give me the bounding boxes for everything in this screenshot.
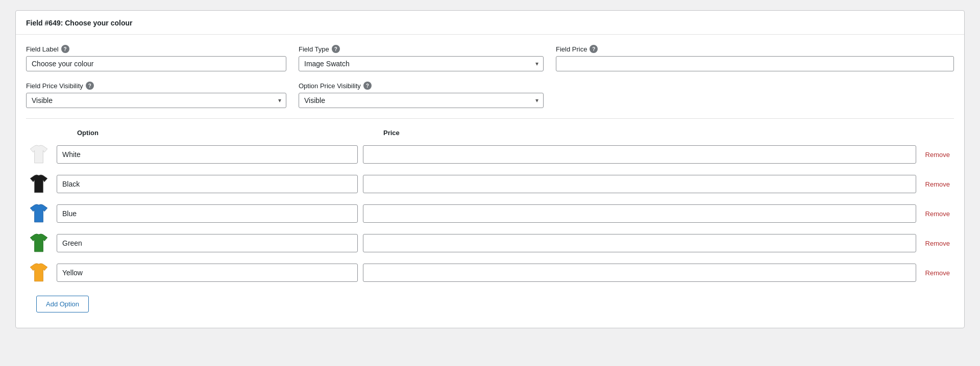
option-name-input-3[interactable] <box>57 234 358 252</box>
table-row: Remove <box>26 230 954 256</box>
options-section: Option Price Remove Remove <box>26 129 954 318</box>
option-name-input-1[interactable] <box>57 175 358 193</box>
option-image-yellow[interactable] <box>26 260 52 285</box>
option-price-input-1[interactable] <box>363 175 916 193</box>
field-price-visibility-label: Field Price Visibility ? <box>26 82 286 90</box>
form-row-2: Field Price Visibility ? Visible Hidden … <box>26 82 954 108</box>
field-price-visibility-group: Field Price Visibility ? Visible Hidden … <box>26 82 286 108</box>
field-price-label: Field Price ? <box>556 45 954 53</box>
table-row: Remove <box>26 260 954 285</box>
field-price-visibility-select[interactable]: Visible Hidden <box>26 93 286 108</box>
field-label-label: Field Label ? <box>26 45 286 53</box>
remove-button-0[interactable]: Remove <box>921 151 954 159</box>
option-name-input-2[interactable] <box>57 204 358 223</box>
option-price-visibility-select-wrapper: Visible Hidden ▾ <box>299 93 544 108</box>
field-price-visibility-help-icon[interactable]: ? <box>86 82 94 90</box>
remove-button-3[interactable]: Remove <box>921 240 954 247</box>
form-row-1: Field Label ? Field Type ? Image SwatchT… <box>26 45 954 71</box>
panel-title: Field #649: Choose your colour <box>26 19 954 27</box>
field-price-help-icon[interactable]: ? <box>590 45 598 53</box>
option-price-input-3[interactable] <box>363 234 916 252</box>
option-image-blue[interactable] <box>26 201 52 226</box>
options-col-price: Price <box>383 129 954 137</box>
field-price-group: Field Price ? <box>556 45 954 71</box>
field-type-select-wrapper: Image SwatchTextColor SwatchDropdown ▾ <box>299 56 544 71</box>
field-label-input[interactable] <box>26 56 286 71</box>
panel-header: Field #649: Choose your colour <box>16 11 964 35</box>
remove-button-1[interactable]: Remove <box>921 180 954 188</box>
field-price-input[interactable] <box>556 56 954 71</box>
remove-button-2[interactable]: Remove <box>921 210 954 218</box>
option-price-visibility-label: Option Price Visibility ? <box>299 82 544 90</box>
remove-button-4[interactable]: Remove <box>921 269 954 277</box>
field-panel: Field #649: Choose your colour Field Lab… <box>15 10 965 328</box>
options-rows: Remove Remove Remove <box>26 142 954 285</box>
table-row: Remove <box>26 201 954 226</box>
option-image-black[interactable] <box>26 171 52 197</box>
option-price-input-2[interactable] <box>363 204 916 223</box>
field-price-visibility-select-wrapper: Visible Hidden ▾ <box>26 93 286 108</box>
option-image-green[interactable] <box>26 230 52 256</box>
field-type-label: Field Type ? <box>299 45 544 53</box>
option-price-input-0[interactable] <box>363 145 916 164</box>
field-type-help-icon[interactable]: ? <box>332 45 340 53</box>
add-option-button[interactable]: Add Option <box>36 296 89 312</box>
option-price-input-4[interactable] <box>363 264 916 282</box>
option-price-visibility-help-icon[interactable]: ? <box>363 82 372 90</box>
field-label-group: Field Label ? <box>26 45 286 71</box>
table-row: Remove <box>26 142 954 167</box>
option-name-input-0[interactable] <box>57 145 358 164</box>
field-type-group: Field Type ? Image SwatchTextColor Swatc… <box>299 45 544 71</box>
panel-body: Field Label ? Field Type ? Image SwatchT… <box>16 35 964 328</box>
options-header: Option Price <box>26 129 954 142</box>
option-price-visibility-group: Option Price Visibility ? Visible Hidden… <box>299 82 544 108</box>
field-type-select[interactable]: Image SwatchTextColor SwatchDropdown <box>299 56 544 71</box>
divider <box>26 118 954 119</box>
option-image-white[interactable] <box>26 142 52 167</box>
option-name-input-4[interactable] <box>57 264 358 282</box>
field-label-help-icon[interactable]: ? <box>61 45 69 53</box>
options-col-option: Option <box>77 129 383 137</box>
table-row: Remove <box>26 171 954 197</box>
option-price-visibility-select[interactable]: Visible Hidden <box>299 93 544 108</box>
